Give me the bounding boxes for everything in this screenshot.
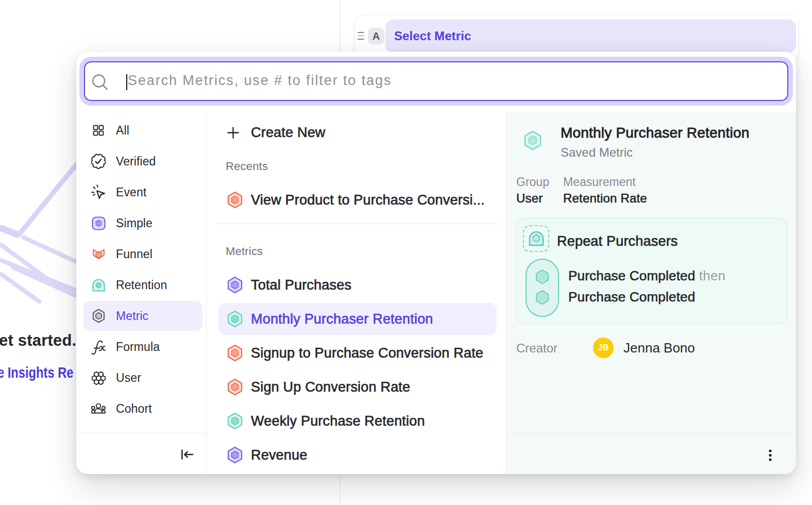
sidebar-item-event[interactable]: Event bbox=[83, 177, 202, 207]
sidebar-item-formula[interactable]: Formula bbox=[83, 332, 202, 362]
search-icon bbox=[90, 72, 108, 90]
definition-card: Repeat Purchasers Purchase Completed the… bbox=[516, 218, 788, 324]
step-connector: then bbox=[699, 268, 725, 283]
funnel-icon bbox=[91, 245, 106, 263]
metric-item-signup-to-purchase[interactable]: Signup to Purchase Conversion Rate bbox=[218, 337, 497, 369]
metric-item-weekly-purchase-retention[interactable]: Weekly Purchase Retention bbox=[218, 405, 497, 437]
sidebar-item-label: All bbox=[116, 124, 129, 138]
event-step: Purchase Completed bbox=[568, 289, 695, 305]
sidebar-item-label: Funnel bbox=[116, 247, 153, 261]
creator-avatar: JB bbox=[593, 338, 614, 358]
creator-label: Creator bbox=[516, 341, 557, 356]
page: et started. e Insights Re A Select Metri… bbox=[0, 0, 812, 505]
sidebar-item-label: Event bbox=[116, 186, 146, 199]
event-sequence-pill bbox=[526, 259, 559, 317]
metric-item-total-purchases[interactable]: Total Purchases bbox=[218, 269, 497, 301]
preview-footer-divider bbox=[507, 433, 796, 434]
metric-item-label: Signup to Purchase Conversion Rate bbox=[251, 345, 483, 361]
metric-item-monthly-purchaser-retention[interactable]: Monthly Purchaser Retention bbox=[218, 303, 497, 335]
group-field-label: Group bbox=[516, 175, 549, 189]
sidebar-item-label: Cohort bbox=[116, 402, 152, 416]
sidebar-footer-divider bbox=[76, 433, 206, 433]
sidebar-item-retention[interactable]: Retention bbox=[83, 270, 202, 300]
sidebar-item-cohort[interactable]: Cohort bbox=[83, 394, 202, 424]
metric-picker-modal: Search Metrics, use # to filter to tags … bbox=[76, 52, 796, 474]
saved-metric-icon-teal-large bbox=[524, 130, 542, 150]
sidebar-item-all[interactable]: All bbox=[83, 115, 202, 145]
recent-item[interactable]: View Product to Purchase Conversi... bbox=[218, 184, 497, 216]
drag-handle-icon[interactable] bbox=[358, 32, 364, 40]
saved-metric-icon-teal bbox=[227, 412, 243, 430]
line-chart-illustration bbox=[0, 155, 82, 319]
metric-item-label: Weekly Purchase Retention bbox=[251, 413, 425, 429]
select-metric-button[interactable]: Select Metric bbox=[385, 20, 796, 53]
metric-item-label: View Product to Purchase Conversi... bbox=[251, 192, 485, 208]
metric-preview-panel: Monthly Purchaser Retention Saved Metric… bbox=[507, 112, 796, 474]
simple-icon bbox=[91, 214, 106, 232]
definition-title: Repeat Purchasers bbox=[557, 233, 678, 249]
user-icon bbox=[91, 369, 106, 386]
retention-definition-icon bbox=[523, 225, 549, 252]
recents-section-header: Recents bbox=[226, 160, 268, 173]
retention-icon bbox=[91, 276, 106, 294]
measurement-field-label: Measurement bbox=[563, 175, 636, 189]
event-step: Purchase Completed then bbox=[568, 268, 725, 284]
sidebar-item-label: Retention bbox=[116, 278, 167, 292]
sidebar-item-user[interactable]: User bbox=[83, 363, 202, 393]
background-report-link[interactable]: e Insights Re bbox=[0, 364, 74, 381]
preview-subtitle: Saved Metric bbox=[561, 145, 633, 160]
metric-item-label: Total Purchases bbox=[251, 277, 351, 293]
list-divider bbox=[216, 224, 498, 224]
event-name: Purchase Completed bbox=[568, 268, 695, 283]
metric-item-label: Sign Up Conversion Rate bbox=[251, 379, 410, 395]
preview-title: Monthly Purchaser Retention bbox=[561, 125, 749, 141]
formula-icon bbox=[91, 338, 106, 356]
metrics-section-header: Metrics bbox=[226, 245, 263, 258]
sidebar-item-simple[interactable]: Simple bbox=[83, 208, 202, 238]
sidebar-item-label: Verified bbox=[116, 155, 156, 169]
saved-metric-icon-purple bbox=[227, 446, 243, 464]
background-headline: et started. bbox=[0, 331, 76, 350]
verified-badge-icon bbox=[91, 153, 106, 170]
kebab-menu-icon bbox=[768, 448, 772, 469]
more-options-button[interactable] bbox=[761, 448, 780, 469]
sidebar-item-label: Formula bbox=[116, 340, 160, 354]
metric-icon bbox=[91, 307, 106, 325]
create-new-label: Create New bbox=[251, 125, 326, 141]
text-caret bbox=[126, 74, 127, 90]
create-new-button[interactable]: Create New bbox=[218, 116, 497, 148]
event-name: Purchase Completed bbox=[568, 289, 695, 305]
search-input[interactable]: Search Metrics, use # to filter to tags bbox=[84, 61, 788, 101]
saved-metric-icon-red bbox=[227, 378, 243, 396]
sidebar-item-funnel[interactable]: Funnel bbox=[83, 239, 202, 269]
sidebar-item-verified[interactable]: Verified bbox=[83, 146, 202, 176]
plus-icon bbox=[227, 127, 239, 139]
grid-icon bbox=[91, 122, 106, 139]
sidebar-item-metric[interactable]: Metric bbox=[83, 301, 202, 331]
event-cursor-icon bbox=[91, 183, 106, 201]
sidebar-item-label: User bbox=[116, 371, 141, 385]
cohort-icon bbox=[91, 400, 106, 417]
search-placeholder: Search Metrics, use # to filter to tags bbox=[128, 73, 392, 89]
collapse-sidebar-button[interactable] bbox=[178, 447, 196, 462]
metric-item-revenue[interactable]: Revenue bbox=[218, 439, 497, 471]
metric-item-label: Revenue bbox=[251, 447, 307, 463]
sidebar-item-label: Simple bbox=[116, 216, 153, 230]
saved-metric-icon-red bbox=[227, 344, 243, 362]
saved-metric-icon-red bbox=[227, 191, 243, 209]
sidebar-item-label: Metric bbox=[116, 309, 148, 323]
metric-item-label: Monthly Purchaser Retention bbox=[251, 311, 433, 327]
metric-item-sign-up-conversion[interactable]: Sign Up Conversion Rate bbox=[218, 371, 497, 403]
saved-metric-icon-teal bbox=[227, 310, 243, 328]
row-letter-badge: A bbox=[368, 28, 384, 44]
collapse-sidebar-icon bbox=[180, 448, 194, 461]
measurement-field-value: Retention Rate bbox=[563, 191, 647, 206]
select-metric-label: Select Metric bbox=[394, 29, 471, 43]
creator-name: Jenna Bono bbox=[623, 340, 695, 356]
saved-metric-icon-purple bbox=[227, 276, 243, 294]
column-divider bbox=[206, 112, 207, 474]
group-field-value: User bbox=[516, 191, 543, 206]
